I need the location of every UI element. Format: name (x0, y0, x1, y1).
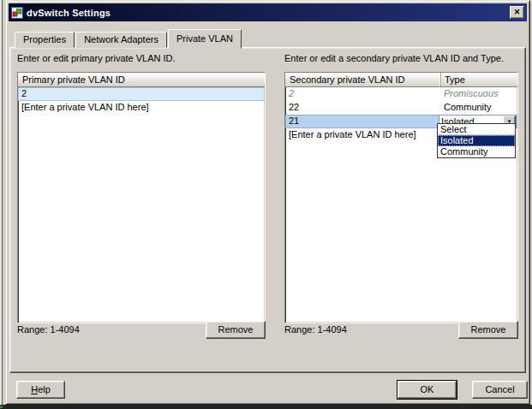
primary-row-placeholder[interactable]: [Enter a private VLAN ID here] (18, 101, 265, 115)
secondary-vlan-type: Community (440, 101, 517, 115)
secondary-vlan-panel: Enter or edit a secondary private VLAN I… (284, 53, 518, 65)
secondary-vlan-entry-placeholder: [Enter a private VLAN ID here] (285, 128, 440, 142)
secondary-instruction: Enter or edit a secondary private VLAN I… (284, 53, 518, 65)
secondary-vlan-id: 2 (285, 87, 440, 101)
primary-instruction: Enter or edit primary private VLAN ID. (17, 53, 266, 65)
secondary-range-label: Range: 1-4094 (284, 324, 347, 335)
secondary-vlan-id: 21 (285, 115, 440, 128)
primary-vlan-list: Primary private VLAN ID 2 [Enter a priva… (17, 72, 266, 323)
secondary-vlan-id: 22 (285, 101, 440, 115)
primary-header-label: Primary private VLAN ID (18, 73, 265, 86)
tab-private-vlan[interactable]: Private VLAN (168, 29, 242, 49)
secondary-remove-button[interactable]: Remove (458, 321, 518, 339)
screen: dvSwitch Settings ✕ Properties Network A… (0, 0, 532, 409)
secondary-list-header[interactable]: Secondary private VLAN ID Type (285, 73, 517, 87)
primary-vlan-panel: Enter or edit primary private VLAN ID. P… (17, 53, 266, 65)
background-pixel (0, 406, 3, 408)
close-icon: ✕ (514, 9, 521, 16)
secondary-vlan-type: Promiscuous (440, 87, 517, 101)
ok-button[interactable]: OK (398, 381, 457, 399)
primary-row-selected[interactable]: 2 (18, 87, 265, 101)
tab-properties[interactable]: Properties (15, 32, 75, 48)
background-bottom-strip (0, 405, 532, 409)
dvswitch-icon (11, 7, 23, 19)
window-title: dvSwitch Settings (27, 8, 111, 18)
titlebar[interactable]: dvSwitch Settings ✕ (9, 3, 527, 21)
secondary-header-type: Type (440, 73, 517, 86)
primary-list-header[interactable]: Primary private VLAN ID (18, 73, 265, 87)
secondary-row-community[interactable]: 22 Community (285, 101, 517, 115)
primary-range-label: Range: 1-4094 (17, 324, 80, 335)
dropdown-option-community[interactable]: Community (438, 146, 515, 157)
dropdown-option-select[interactable]: Select (438, 124, 515, 135)
primary-vlan-id: 2 (18, 87, 265, 101)
tab-network-adapters[interactable]: Network Adapters (75, 32, 167, 48)
type-dropdown-list: Select Isolated Community (437, 123, 516, 158)
private-vlan-tabpage: Enter or edit primary private VLAN ID. P… (9, 47, 526, 373)
secondary-row-promiscuous[interactable]: 2 Promiscuous (285, 87, 517, 101)
primary-remove-button[interactable]: Remove (206, 321, 266, 339)
dropdown-option-isolated[interactable]: Isolated (438, 135, 515, 146)
help-button[interactable]: Help (16, 381, 65, 399)
close-button[interactable]: ✕ (510, 6, 524, 19)
tab-strip: Properties Network Adapters Private VLAN (15, 28, 242, 48)
secondary-vlan-list: Secondary private VLAN ID Type 2 Promisc… (284, 72, 518, 323)
dvswitch-settings-dialog: dvSwitch Settings ✕ Properties Network A… (5, 0, 530, 405)
primary-vlan-entry-placeholder: [Enter a private VLAN ID here] (18, 101, 265, 115)
cancel-button[interactable]: Cancel (472, 381, 528, 399)
secondary-header-id: Secondary private VLAN ID (285, 73, 440, 86)
